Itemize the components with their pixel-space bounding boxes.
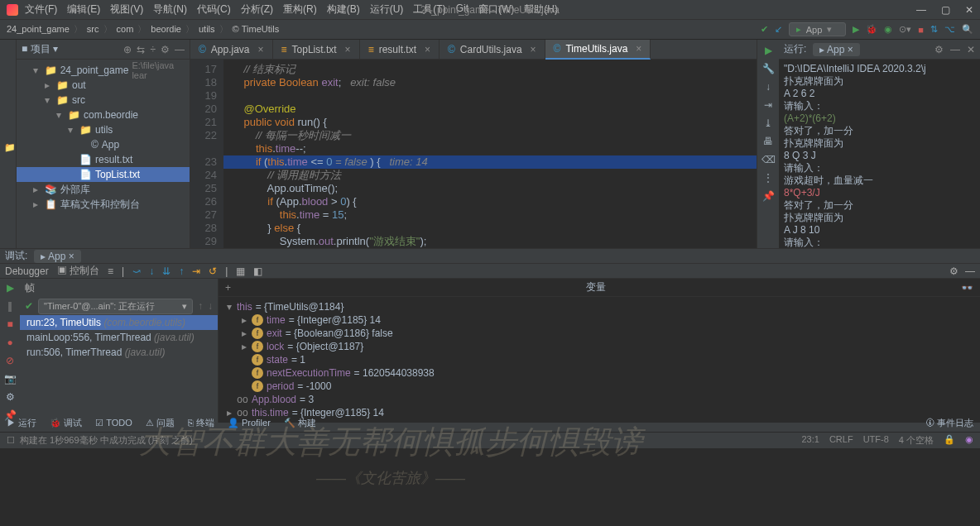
- tree-node[interactable]: ▸📋草稿文件和控制台: [17, 197, 190, 212]
- tool-window-button[interactable]: ⚠ 问题: [146, 418, 175, 428]
- run-config-tab[interactable]: ▸ App ×: [813, 43, 859, 56]
- close-tab-icon[interactable]: ×: [531, 44, 536, 55]
- view-breakpoints-icon[interactable]: ●: [7, 337, 12, 348]
- tool-window-button[interactable]: ▶ 运行: [7, 418, 36, 428]
- git-branch-icon[interactable]: ⌥: [944, 24, 955, 35]
- watch-view-icon[interactable]: ◧: [253, 265, 262, 277]
- tool-window-button[interactable]: ⎘ 终端: [188, 418, 214, 428]
- variable-row[interactable]: ▸flock = {Object@1187}: [219, 340, 980, 353]
- close-tab-icon[interactable]: ×: [636, 43, 641, 55]
- pause-icon[interactable]: ‖: [7, 300, 12, 312]
- menu-item[interactable]: 导航(N): [153, 2, 187, 17]
- variable-row[interactable]: ▸fexit = {Boolean@1186} false: [219, 327, 980, 340]
- editor-tab[interactable]: ©TimeUtils.java×: [545, 40, 651, 60]
- event-log-button[interactable]: 🛈 事件日志: [925, 417, 973, 429]
- run-console[interactable]: "D:\IDEA\IntelliJ IDEA 2020.3.2\j扑克牌牌面为A…: [779, 60, 980, 248]
- menu-item[interactable]: 运行(U): [370, 2, 404, 17]
- editor-tab[interactable]: ≡TopList.txt×: [273, 40, 360, 60]
- menu-item[interactable]: 分析(Z): [241, 2, 273, 17]
- stop-icon[interactable]: ■: [918, 25, 924, 35]
- tree-node[interactable]: 📄result.txt: [17, 152, 190, 167]
- evaluate-icon[interactable]: ▦: [236, 265, 245, 277]
- force-step-icon[interactable]: ⇊: [162, 265, 171, 277]
- code-lines[interactable]: // 结束标记 private Boolean exit; exit: fals…: [223, 60, 757, 248]
- profile-icon[interactable]: ⊙▾: [899, 24, 911, 35]
- tree-node[interactable]: ▸📚外部库: [17, 182, 190, 197]
- close-tab-icon[interactable]: ×: [258, 44, 264, 55]
- clear-icon[interactable]: ⌫: [761, 154, 776, 165]
- variable-row[interactable]: ▸ftime = {Integer@1185} 14: [219, 313, 980, 327]
- gear-icon[interactable]: ⚙: [934, 44, 944, 55]
- next-frame-icon[interactable]: ↓: [208, 300, 213, 312]
- close-tab-icon[interactable]: ×: [345, 44, 351, 55]
- variables-tree[interactable]: ▾this = {TimeUtils@1184}▸ftime = {Intege…: [219, 297, 980, 423]
- readonly-icon[interactable]: 🔒: [944, 434, 955, 447]
- pin-icon[interactable]: 📌: [762, 190, 775, 202]
- ide-status-icon[interactable]: ◉: [965, 434, 973, 447]
- run-config-selector[interactable]: ▸App▾: [789, 22, 847, 36]
- gear-icon[interactable]: ⚙: [949, 265, 958, 277]
- git-update-icon[interactable]: ⇅: [930, 24, 938, 35]
- expand-icon[interactable]: ⇆: [137, 44, 145, 55]
- threads-icon[interactable]: ≡: [108, 265, 113, 277]
- coverage-icon[interactable]: ◉: [884, 24, 892, 35]
- minimize-icon[interactable]: —: [916, 4, 926, 16]
- sync-icon[interactable]: ↙: [775, 24, 782, 35]
- tool-settings-icon[interactable]: 🔧: [762, 63, 775, 74]
- editor-tab[interactable]: ©App.java×: [190, 40, 273, 60]
- stack-frame[interactable]: run:23, TimeUtils (com.beordie.utils): [20, 315, 218, 330]
- close-icon[interactable]: ✕: [967, 44, 975, 55]
- more-icon[interactable]: ⋮: [763, 172, 773, 184]
- wrap-icon[interactable]: ⇥: [764, 99, 772, 111]
- stop-icon[interactable]: ■: [7, 318, 12, 330]
- line-separator[interactable]: CRLF: [829, 434, 853, 447]
- tree-node[interactable]: ©App: [17, 137, 190, 152]
- code-editor[interactable]: 1718192021222324252627282930 // 结束标记 pri…: [190, 60, 757, 248]
- close-icon[interactable]: ✕: [965, 4, 973, 16]
- settings-icon[interactable]: ⚙: [161, 44, 170, 55]
- rerun-icon[interactable]: ▶: [765, 45, 772, 56]
- maximize-icon[interactable]: ▢: [941, 4, 950, 16]
- select-opened-icon[interactable]: ⊕: [123, 44, 132, 55]
- minimize-icon[interactable]: —: [965, 265, 975, 277]
- breadcrumb[interactable]: 24_point_game〉src〉com〉beordie〉utils〉© Ti…: [7, 23, 279, 36]
- frames-list[interactable]: run:23, TimeUtils (com.beordie.utils)mai…: [20, 315, 218, 360]
- mute-bp-icon[interactable]: ⊘: [6, 355, 14, 366]
- console-tab[interactable]: ▣ 控制台: [57, 264, 99, 278]
- tool-window-button[interactable]: ☑ TODO: [95, 418, 132, 428]
- menu-item[interactable]: 视图(V): [110, 2, 143, 17]
- close-tab-icon[interactable]: ×: [425, 44, 430, 55]
- menu-item[interactable]: 编辑(E): [67, 2, 100, 17]
- tool-window-button[interactable]: 👤 Profiler: [228, 418, 271, 428]
- variable-row[interactable]: fstate = 1: [219, 353, 980, 366]
- menu-item[interactable]: 文件(F): [25, 2, 57, 17]
- tree-node[interactable]: ▾📁src: [17, 93, 190, 108]
- editor-tab[interactable]: ©CardUtils.java×: [440, 40, 545, 60]
- hide-icon[interactable]: —: [175, 44, 185, 55]
- editor-tab[interactable]: ≡result.txt×: [360, 40, 440, 60]
- variable-row[interactable]: fnextExecutionTime = 1620544038938: [219, 366, 980, 380]
- stack-frame[interactable]: mainLoop:556, TimerThread (java.util): [20, 330, 218, 345]
- settings-icon[interactable]: ⚙: [6, 391, 15, 403]
- tree-node[interactable]: ▾📁24_point_game E:\file\java lear: [17, 63, 190, 78]
- step-over-icon[interactable]: ⤻: [132, 265, 141, 277]
- stack-frame[interactable]: run:506, TimerThread (java.util): [20, 345, 218, 360]
- variable-row[interactable]: ▸oothis.time = {Integer@1185} 14: [219, 406, 980, 419]
- step-into-icon[interactable]: ↓: [149, 265, 154, 277]
- indent-info[interactable]: 4 个空格: [899, 434, 934, 447]
- run-icon[interactable]: ▶: [853, 24, 859, 35]
- tree-node[interactable]: ▾📁utils: [17, 122, 190, 137]
- debug-icon[interactable]: 🐞: [866, 24, 877, 35]
- debug-config-tab[interactable]: ▸ App ×: [34, 250, 80, 263]
- thread-selector[interactable]: "Timer-0"@...ain": 正在运行▾: [38, 299, 193, 314]
- caret-position[interactable]: 23:1: [801, 434, 819, 447]
- file-encoding[interactable]: UTF-8: [863, 434, 889, 447]
- variable-row[interactable]: fperiod = -1000: [219, 380, 980, 393]
- build-icon[interactable]: ✔: [761, 24, 768, 35]
- resume-icon[interactable]: ▶: [7, 282, 14, 294]
- step-out-icon[interactable]: ↑: [179, 265, 184, 277]
- debugger-tab[interactable]: Debugger: [5, 265, 49, 277]
- scroll-icon[interactable]: ⤓: [764, 117, 772, 129]
- print-icon[interactable]: 🖶: [763, 136, 773, 147]
- minimize-icon[interactable]: —: [950, 44, 960, 55]
